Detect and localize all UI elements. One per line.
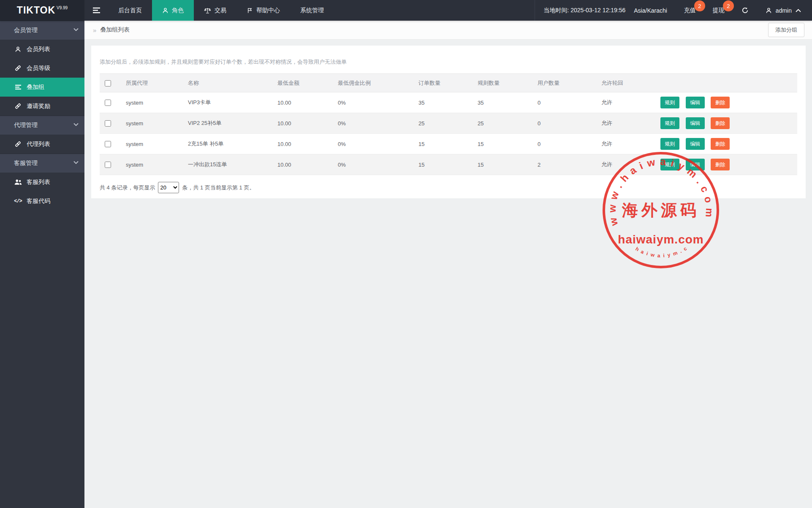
local-time-label: 当地时间: 2025-03-12 12:19:56: [543, 7, 625, 14]
sidebar-item-label: 邀请奖励: [27, 103, 50, 110]
sidebar-item-member-level[interactable]: 会员等级: [0, 59, 84, 78]
cell-cycle: 允许: [596, 154, 655, 175]
table-header-row: 所属代理 名称 最低金额 最低佣金比例 订单数量 规则数量 用户数量 允许轮回: [100, 74, 797, 92]
add-group-button[interactable]: 添加分组: [768, 23, 804, 37]
nav-item-roles[interactable]: 角色: [152, 0, 194, 21]
sidebar-item-label: 代理列表: [27, 141, 50, 148]
cell-rules: 35: [473, 92, 532, 113]
delete-button[interactable]: 删除: [711, 97, 730, 108]
list-icon: [14, 84, 22, 90]
cell-cycle: 允许: [596, 92, 655, 113]
recharge-label: 充值: [684, 7, 696, 14]
content-card: 添加分组后，必须添加规则，并且规则需要对应好订单个数，若出现不对称情况，会导致用…: [91, 46, 806, 198]
nav-item-system[interactable]: 系统管理: [290, 0, 334, 21]
flag-icon: [247, 7, 253, 14]
table-row: system 一冲出款15连单 10.00 0% 15 15 2 允许 规则 编…: [100, 154, 797, 175]
sidebar-toggle-button[interactable]: [84, 0, 108, 21]
edit-button[interactable]: 编辑: [686, 138, 705, 150]
row-select-checkbox[interactable]: [105, 100, 111, 106]
users-icon: [14, 179, 22, 185]
chevron-down-icon: [73, 161, 79, 164]
topbar-right: 当地时间: 2025-03-12 12:19:56 Asia/Karachi 充…: [535, 0, 812, 21]
sidebar-item-stack-group[interactable]: 叠加组: [0, 78, 84, 97]
cell-users: 0: [532, 92, 596, 113]
username-label: admin: [776, 7, 792, 14]
table-row: system 2充15单 补5单 10.00 0% 15 15 0 允许 规则 …: [100, 134, 797, 154]
cell-orders: 35: [413, 92, 473, 113]
cell-cycle: 允许: [596, 134, 655, 154]
withdraw-label: 提现: [713, 7, 725, 14]
delete-button[interactable]: 删除: [711, 159, 730, 170]
cell-orders: 15: [413, 134, 473, 154]
cell-rules: 15: [473, 134, 532, 154]
section-label: 会员管理: [14, 27, 38, 34]
col-header-orders: 订单数量: [413, 74, 473, 92]
cell-agent: system: [121, 92, 183, 113]
cell-users: 0: [532, 134, 596, 154]
edit-button[interactable]: 编辑: [686, 117, 705, 129]
cell-min-amount: 10.00: [272, 154, 333, 175]
rule-button[interactable]: 规则: [660, 97, 679, 108]
user-menu[interactable]: admin: [757, 0, 812, 21]
sidebar-section-member-management[interactable]: 会员管理: [0, 21, 84, 40]
delete-button[interactable]: 删除: [711, 138, 730, 150]
nav-item-label: 角色: [172, 7, 184, 14]
sidebar-item-label: 会员列表: [27, 46, 50, 53]
refresh-icon: [741, 7, 749, 14]
cell-cycle: 允许: [596, 113, 655, 134]
cell-users: 2: [532, 154, 596, 175]
edit-button[interactable]: 编辑: [686, 97, 705, 108]
delete-button[interactable]: 删除: [711, 117, 730, 129]
person-icon: [162, 7, 168, 14]
nav-item-help-center[interactable]: 帮助中心: [236, 0, 290, 21]
col-header-users: 用户数量: [532, 74, 596, 92]
link-icon: [14, 65, 22, 72]
cell-agent: system: [121, 134, 183, 154]
chevron-down-icon: [73, 28, 79, 31]
recharge-badge: 2: [694, 0, 705, 11]
nav-item-trade[interactable]: 交易: [194, 0, 236, 21]
sidebar-item-label: 会员等级: [27, 65, 50, 72]
sidebar-item-service-list[interactable]: 客服列表: [0, 173, 84, 192]
page-size-select[interactable]: 20: [158, 182, 179, 193]
pagination-suffix: 条，共 1 页当前显示第 1 页。: [182, 184, 255, 192]
withdraw-button[interactable]: 提现 2: [704, 0, 733, 21]
row-select-checkbox[interactable]: [105, 120, 111, 127]
code-icon: </>: [14, 198, 22, 204]
sidebar-section-agent-management[interactable]: 代理管理: [0, 116, 84, 135]
nav-item-label: 后台首页: [118, 7, 142, 14]
sidebar-item-service-code[interactable]: </> 客服代码: [0, 192, 84, 211]
nav-item-label: 帮助中心: [256, 7, 280, 14]
logo-text: TIKTOK: [17, 5, 55, 16]
section-label: 客服管理: [14, 159, 38, 167]
user-icon: [766, 7, 772, 14]
row-select-checkbox[interactable]: [105, 162, 111, 168]
chevron-up-icon: [796, 9, 801, 12]
edit-button[interactable]: 编辑: [686, 159, 705, 170]
cell-min-amount: 10.00: [272, 134, 333, 154]
col-header-agent: 所属代理: [121, 74, 183, 92]
cell-orders: 25: [413, 113, 473, 134]
sidebar-item-agent-list[interactable]: 代理列表: [0, 135, 84, 154]
row-select-checkbox[interactable]: [105, 141, 111, 147]
stamp-center-domain: haiwaiym.com: [618, 233, 703, 246]
sidebar-section-service-management[interactable]: 客服管理: [0, 154, 84, 173]
cell-name: VIP2 25补5单: [183, 113, 272, 134]
sidebar-item-label: 客服代码: [27, 197, 50, 205]
main-nav: 后台首页 角色 交易 帮助中心 系统管理: [108, 0, 334, 21]
rule-button[interactable]: 规则: [660, 159, 679, 170]
sidebar-item-member-list[interactable]: 会员列表: [0, 40, 84, 59]
col-header-actions: [655, 74, 797, 92]
recharge-button[interactable]: 充值 2: [676, 0, 704, 21]
rule-button[interactable]: 规则: [660, 138, 679, 150]
scales-icon: [204, 7, 211, 14]
cell-name: VIP3卡单: [183, 92, 272, 113]
cell-min-amount: 10.00: [272, 92, 333, 113]
pagination: 共 4 条记录，每页显示 20 条，共 1 页当前显示第 1 页。: [91, 175, 806, 200]
nav-item-label: 系统管理: [300, 7, 324, 14]
select-all-checkbox[interactable]: [105, 80, 111, 86]
rule-button[interactable]: 规则: [660, 117, 679, 129]
sidebar-item-invite-reward[interactable]: 邀请奖励: [0, 97, 84, 116]
nav-item-dashboard[interactable]: 后台首页: [108, 0, 152, 21]
refresh-button[interactable]: [733, 0, 757, 21]
